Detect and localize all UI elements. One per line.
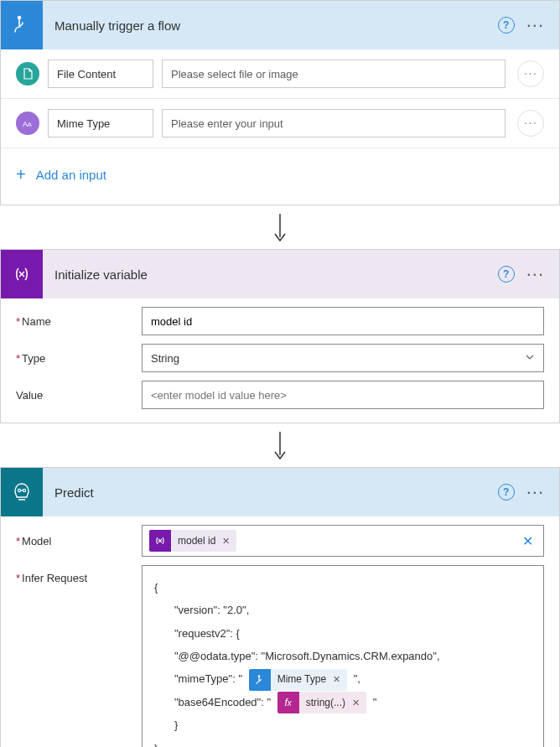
file-icon — [16, 62, 39, 86]
svg-point-5 — [18, 489, 20, 491]
plus-icon: + — [16, 165, 26, 184]
svg-point-0 — [18, 16, 21, 19]
infer-label: Infer Request — [16, 565, 142, 584]
remove-token-icon[interactable]: ✕ — [333, 670, 347, 689]
trigger-icon — [1, 1, 43, 49]
remove-token-icon[interactable]: ✕ — [352, 693, 366, 713]
input-label[interactable]: Mime Type — [48, 109, 153, 137]
input-value[interactable]: Please enter your input — [162, 109, 506, 137]
text-icon: AA — [16, 112, 39, 135]
token-text: Mime Type — [271, 669, 333, 690]
variable-header[interactable]: Initialize variable ? ··· — [1, 250, 559, 298]
trigger-title: Manually trigger a flow — [43, 18, 498, 33]
help-icon[interactable]: ? — [498, 17, 515, 34]
connector-arrow — [0, 205, 560, 249]
variable-icon — [1, 250, 43, 298]
model-field[interactable]: model id ✕ ✕ — [142, 525, 544, 557]
variable-card: Initialize variable ? ··· Name Type Stri… — [0, 249, 560, 423]
trigger-card: Manually trigger a flow ? ··· File Conte… — [0, 0, 560, 205]
token-text: string(...) — [299, 693, 352, 713]
predict-title: Predict — [43, 485, 498, 500]
trigger-body: File Content Please select file or image… — [1, 49, 559, 205]
remove-token-icon[interactable]: ✕ — [222, 536, 236, 547]
connector-arrow — [0, 423, 560, 467]
variable-token-icon — [149, 530, 171, 552]
fx-icon: fx — [277, 692, 299, 713]
predict-body: Model model id ✕ ✕ Infer Request { "vers… — [1, 516, 559, 747]
svg-point-8 — [257, 675, 260, 677]
predict-icon — [1, 468, 43, 516]
clear-field-icon[interactable]: ✕ — [519, 533, 537, 549]
input-row: AA Mime Type Please enter your input ··· — [1, 99, 559, 148]
input-row: File Content Please select file or image… — [1, 49, 559, 99]
add-input-label: Add an input — [36, 168, 106, 182]
type-value: String — [151, 352, 179, 365]
row-more-icon[interactable]: ··· — [517, 60, 544, 87]
variable-body: Name Type String Value — [1, 298, 559, 423]
predict-card: Predict ? ··· Model model id ✕ ✕ Infer R… — [0, 467, 560, 747]
value-input[interactable] — [142, 381, 544, 409]
value-label: Value — [16, 389, 142, 402]
name-input[interactable] — [142, 307, 544, 335]
chevron-down-icon — [525, 352, 535, 365]
input-value[interactable]: Please select file or image — [162, 60, 506, 88]
model-label: Model — [16, 535, 142, 547]
help-icon[interactable]: ? — [498, 484, 515, 501]
mime-type-token[interactable]: Mime Type ✕ — [249, 669, 347, 691]
type-select[interactable]: String — [142, 344, 544, 372]
variable-title: Initialize variable — [43, 267, 498, 282]
help-icon[interactable]: ? — [498, 266, 515, 283]
token-text: model id — [171, 535, 222, 547]
name-label: Name — [16, 315, 142, 328]
add-input-button[interactable]: + Add an input — [1, 148, 559, 205]
predict-header[interactable]: Predict ? ··· — [1, 468, 559, 516]
trigger-token-icon — [249, 669, 271, 691]
input-label[interactable]: File Content — [48, 60, 153, 88]
row-more-icon[interactable]: ··· — [517, 110, 544, 137]
expression-token[interactable]: fx string(...) ✕ — [277, 692, 366, 713]
trigger-header[interactable]: Manually trigger a flow ? ··· — [1, 1, 559, 49]
model-token[interactable]: model id ✕ — [149, 530, 236, 552]
type-label: Type — [16, 352, 142, 365]
svg-text:A: A — [28, 122, 32, 127]
svg-point-6 — [23, 489, 25, 491]
infer-request-field[interactable]: { "version": "2.0", "requestv2": { "@@od… — [142, 565, 544, 747]
